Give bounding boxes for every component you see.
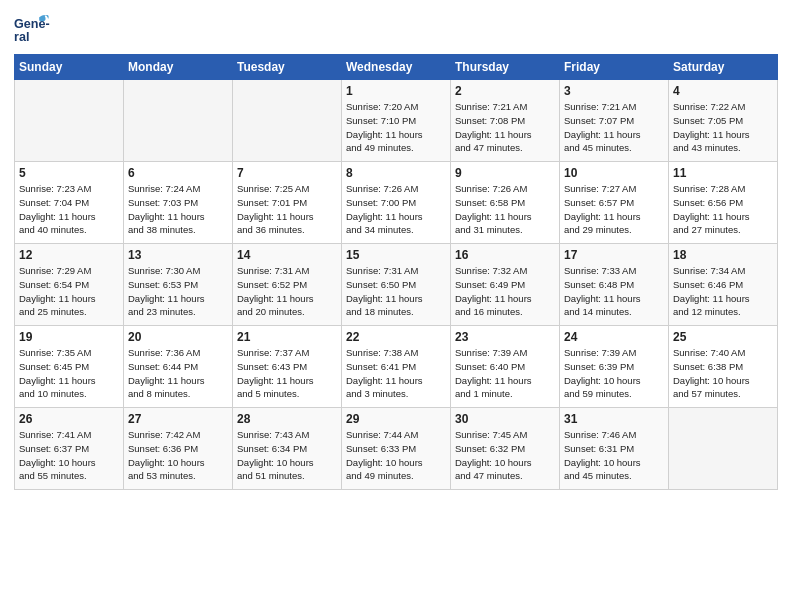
calendar-cell: 11Sunrise: 7:28 AM Sunset: 6:56 PM Dayli… xyxy=(669,162,778,244)
calendar-cell: 24Sunrise: 7:39 AM Sunset: 6:39 PM Dayli… xyxy=(560,326,669,408)
header: Gene- ral xyxy=(14,10,778,46)
day-number: 1 xyxy=(346,84,446,98)
day-info: Sunrise: 7:26 AM Sunset: 7:00 PM Dayligh… xyxy=(346,182,446,237)
calendar-week-3: 12Sunrise: 7:29 AM Sunset: 6:54 PM Dayli… xyxy=(15,244,778,326)
day-info: Sunrise: 7:42 AM Sunset: 6:36 PM Dayligh… xyxy=(128,428,228,483)
calendar-cell: 28Sunrise: 7:43 AM Sunset: 6:34 PM Dayli… xyxy=(233,408,342,490)
day-number: 30 xyxy=(455,412,555,426)
day-info: Sunrise: 7:25 AM Sunset: 7:01 PM Dayligh… xyxy=(237,182,337,237)
calendar-cell: 4Sunrise: 7:22 AM Sunset: 7:05 PM Daylig… xyxy=(669,80,778,162)
day-info: Sunrise: 7:26 AM Sunset: 6:58 PM Dayligh… xyxy=(455,182,555,237)
day-number: 15 xyxy=(346,248,446,262)
calendar-week-1: 1Sunrise: 7:20 AM Sunset: 7:10 PM Daylig… xyxy=(15,80,778,162)
day-number: 25 xyxy=(673,330,773,344)
day-number: 9 xyxy=(455,166,555,180)
day-info: Sunrise: 7:27 AM Sunset: 6:57 PM Dayligh… xyxy=(564,182,664,237)
day-number: 17 xyxy=(564,248,664,262)
calendar-cell xyxy=(233,80,342,162)
calendar-cell: 10Sunrise: 7:27 AM Sunset: 6:57 PM Dayli… xyxy=(560,162,669,244)
weekday-header-friday: Friday xyxy=(560,55,669,80)
day-number: 23 xyxy=(455,330,555,344)
day-number: 22 xyxy=(346,330,446,344)
calendar-cell xyxy=(669,408,778,490)
day-number: 27 xyxy=(128,412,228,426)
calendar-cell: 12Sunrise: 7:29 AM Sunset: 6:54 PM Dayli… xyxy=(15,244,124,326)
day-info: Sunrise: 7:22 AM Sunset: 7:05 PM Dayligh… xyxy=(673,100,773,155)
day-number: 8 xyxy=(346,166,446,180)
day-info: Sunrise: 7:38 AM Sunset: 6:41 PM Dayligh… xyxy=(346,346,446,401)
day-number: 24 xyxy=(564,330,664,344)
day-number: 3 xyxy=(564,84,664,98)
calendar-cell: 27Sunrise: 7:42 AM Sunset: 6:36 PM Dayli… xyxy=(124,408,233,490)
calendar-cell: 22Sunrise: 7:38 AM Sunset: 6:41 PM Dayli… xyxy=(342,326,451,408)
day-number: 2 xyxy=(455,84,555,98)
calendar-cell: 17Sunrise: 7:33 AM Sunset: 6:48 PM Dayli… xyxy=(560,244,669,326)
day-info: Sunrise: 7:31 AM Sunset: 6:50 PM Dayligh… xyxy=(346,264,446,319)
calendar-cell: 19Sunrise: 7:35 AM Sunset: 6:45 PM Dayli… xyxy=(15,326,124,408)
day-info: Sunrise: 7:32 AM Sunset: 6:49 PM Dayligh… xyxy=(455,264,555,319)
day-number: 5 xyxy=(19,166,119,180)
calendar-table: SundayMondayTuesdayWednesdayThursdayFrid… xyxy=(14,54,778,490)
day-info: Sunrise: 7:35 AM Sunset: 6:45 PM Dayligh… xyxy=(19,346,119,401)
day-number: 31 xyxy=(564,412,664,426)
logo: Gene- ral xyxy=(14,10,54,46)
calendar-cell xyxy=(15,80,124,162)
calendar-cell: 6Sunrise: 7:24 AM Sunset: 7:03 PM Daylig… xyxy=(124,162,233,244)
logo-icon: Gene- ral xyxy=(14,10,50,46)
calendar-cell: 1Sunrise: 7:20 AM Sunset: 7:10 PM Daylig… xyxy=(342,80,451,162)
day-info: Sunrise: 7:33 AM Sunset: 6:48 PM Dayligh… xyxy=(564,264,664,319)
calendar-cell: 7Sunrise: 7:25 AM Sunset: 7:01 PM Daylig… xyxy=(233,162,342,244)
calendar-cell: 30Sunrise: 7:45 AM Sunset: 6:32 PM Dayli… xyxy=(451,408,560,490)
calendar-cell: 14Sunrise: 7:31 AM Sunset: 6:52 PM Dayli… xyxy=(233,244,342,326)
day-info: Sunrise: 7:37 AM Sunset: 6:43 PM Dayligh… xyxy=(237,346,337,401)
day-info: Sunrise: 7:30 AM Sunset: 6:53 PM Dayligh… xyxy=(128,264,228,319)
calendar-cell: 5Sunrise: 7:23 AM Sunset: 7:04 PM Daylig… xyxy=(15,162,124,244)
calendar-week-2: 5Sunrise: 7:23 AM Sunset: 7:04 PM Daylig… xyxy=(15,162,778,244)
day-number: 29 xyxy=(346,412,446,426)
day-number: 12 xyxy=(19,248,119,262)
weekday-header-monday: Monday xyxy=(124,55,233,80)
calendar-cell: 9Sunrise: 7:26 AM Sunset: 6:58 PM Daylig… xyxy=(451,162,560,244)
calendar-week-5: 26Sunrise: 7:41 AM Sunset: 6:37 PM Dayli… xyxy=(15,408,778,490)
calendar-cell: 18Sunrise: 7:34 AM Sunset: 6:46 PM Dayli… xyxy=(669,244,778,326)
day-number: 16 xyxy=(455,248,555,262)
weekday-header-row: SundayMondayTuesdayWednesdayThursdayFrid… xyxy=(15,55,778,80)
day-info: Sunrise: 7:21 AM Sunset: 7:08 PM Dayligh… xyxy=(455,100,555,155)
day-number: 28 xyxy=(237,412,337,426)
day-info: Sunrise: 7:21 AM Sunset: 7:07 PM Dayligh… xyxy=(564,100,664,155)
day-number: 20 xyxy=(128,330,228,344)
day-info: Sunrise: 7:44 AM Sunset: 6:33 PM Dayligh… xyxy=(346,428,446,483)
day-number: 7 xyxy=(237,166,337,180)
day-number: 11 xyxy=(673,166,773,180)
day-number: 19 xyxy=(19,330,119,344)
calendar-cell: 8Sunrise: 7:26 AM Sunset: 7:00 PM Daylig… xyxy=(342,162,451,244)
calendar-cell: 25Sunrise: 7:40 AM Sunset: 6:38 PM Dayli… xyxy=(669,326,778,408)
calendar-cell: 21Sunrise: 7:37 AM Sunset: 6:43 PM Dayli… xyxy=(233,326,342,408)
weekday-header-tuesday: Tuesday xyxy=(233,55,342,80)
day-info: Sunrise: 7:20 AM Sunset: 7:10 PM Dayligh… xyxy=(346,100,446,155)
calendar-header: SundayMondayTuesdayWednesdayThursdayFrid… xyxy=(15,55,778,80)
day-number: 26 xyxy=(19,412,119,426)
day-info: Sunrise: 7:31 AM Sunset: 6:52 PM Dayligh… xyxy=(237,264,337,319)
day-info: Sunrise: 7:39 AM Sunset: 6:39 PM Dayligh… xyxy=(564,346,664,401)
day-info: Sunrise: 7:24 AM Sunset: 7:03 PM Dayligh… xyxy=(128,182,228,237)
calendar-cell: 23Sunrise: 7:39 AM Sunset: 6:40 PM Dayli… xyxy=(451,326,560,408)
calendar-cell: 29Sunrise: 7:44 AM Sunset: 6:33 PM Dayli… xyxy=(342,408,451,490)
calendar-cell: 15Sunrise: 7:31 AM Sunset: 6:50 PM Dayli… xyxy=(342,244,451,326)
day-info: Sunrise: 7:43 AM Sunset: 6:34 PM Dayligh… xyxy=(237,428,337,483)
day-info: Sunrise: 7:39 AM Sunset: 6:40 PM Dayligh… xyxy=(455,346,555,401)
calendar-cell: 13Sunrise: 7:30 AM Sunset: 6:53 PM Dayli… xyxy=(124,244,233,326)
day-info: Sunrise: 7:34 AM Sunset: 6:46 PM Dayligh… xyxy=(673,264,773,319)
day-info: Sunrise: 7:46 AM Sunset: 6:31 PM Dayligh… xyxy=(564,428,664,483)
calendar-cell: 26Sunrise: 7:41 AM Sunset: 6:37 PM Dayli… xyxy=(15,408,124,490)
calendar-body: 1Sunrise: 7:20 AM Sunset: 7:10 PM Daylig… xyxy=(15,80,778,490)
day-number: 18 xyxy=(673,248,773,262)
calendar-cell: 16Sunrise: 7:32 AM Sunset: 6:49 PM Dayli… xyxy=(451,244,560,326)
page-container: Gene- ral SundayMondayTuesdayWednesdayTh… xyxy=(0,0,792,498)
day-number: 4 xyxy=(673,84,773,98)
calendar-week-4: 19Sunrise: 7:35 AM Sunset: 6:45 PM Dayli… xyxy=(15,326,778,408)
day-info: Sunrise: 7:36 AM Sunset: 6:44 PM Dayligh… xyxy=(128,346,228,401)
calendar-cell: 2Sunrise: 7:21 AM Sunset: 7:08 PM Daylig… xyxy=(451,80,560,162)
day-info: Sunrise: 7:40 AM Sunset: 6:38 PM Dayligh… xyxy=(673,346,773,401)
weekday-header-sunday: Sunday xyxy=(15,55,124,80)
